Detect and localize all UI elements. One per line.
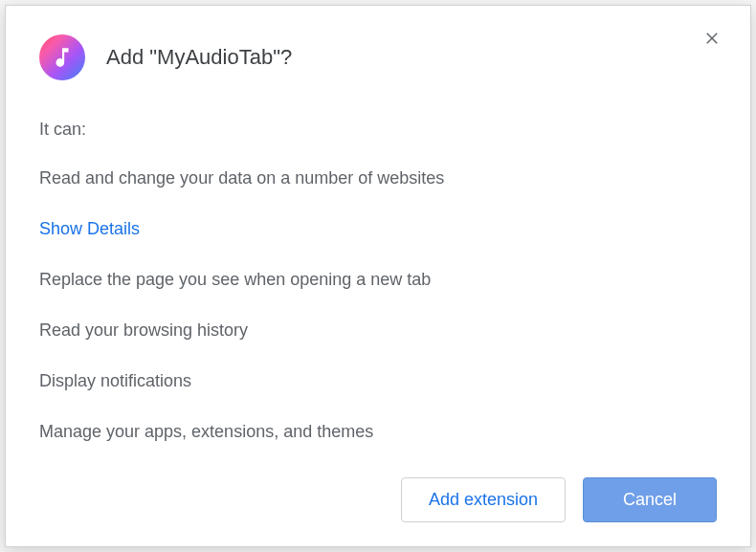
- close-button[interactable]: [700, 27, 723, 50]
- dialog-content: It can: Read and change your data on a n…: [39, 117, 717, 477]
- music-note-icon: [50, 45, 75, 70]
- permissions-intro: It can:: [39, 117, 717, 143]
- dialog-header: Add "MyAudioTab"?: [39, 34, 717, 80]
- cancel-button[interactable]: Cancel: [583, 477, 717, 522]
- show-details-link[interactable]: Show Details: [39, 216, 717, 242]
- extension-icon: [39, 34, 85, 80]
- permission-item: Read your browsing history: [39, 318, 717, 343]
- permission-item: Replace the page you see when opening a …: [39, 267, 717, 293]
- permission-item: Manage your apps, extensions, and themes: [39, 419, 717, 445]
- close-icon: [703, 30, 721, 47]
- add-extension-button[interactable]: Add extension: [401, 477, 566, 522]
- dialog-footer: Add extension Cancel: [39, 477, 717, 522]
- permission-item: Read and change your data on a number of…: [39, 166, 717, 191]
- dialog-title: Add "MyAudioTab"?: [106, 45, 292, 70]
- permission-item: Display notifications: [39, 368, 717, 394]
- extension-install-dialog: Add "MyAudioTab"? It can: Read and chang…: [5, 5, 751, 547]
